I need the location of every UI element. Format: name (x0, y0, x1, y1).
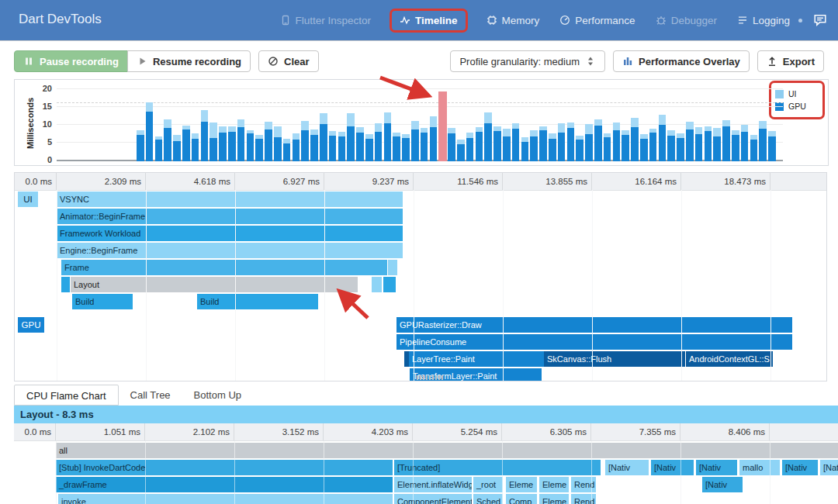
frame-bar[interactable] (421, 128, 428, 161)
frame-bar[interactable] (375, 123, 383, 161)
nav-tab-memory[interactable]: Memory (485, 12, 542, 29)
frame-bar[interactable] (604, 133, 611, 161)
flame-bar[interactable] (61, 277, 70, 292)
nav-tab-logging[interactable]: Logging (736, 12, 791, 29)
flame-bar-eleme[interactable]: Eleme (539, 494, 569, 504)
frame-bar[interactable] (237, 119, 245, 161)
frame-bar[interactable] (549, 133, 556, 161)
tab-call-tree[interactable]: Call Tree (119, 385, 182, 406)
nav-tab-flutter-inspector[interactable]: Flutter Inspector (279, 12, 373, 29)
scroll-handle[interactable] (417, 375, 443, 380)
frame-bar[interactable] (512, 123, 520, 161)
profile-granularity-select[interactable]: Profile granularity: medium (450, 50, 605, 72)
frame-bar[interactable] (438, 91, 447, 161)
flame-bar-pipelineconsume[interactable]: PipelineConsume (396, 334, 792, 350)
export-button[interactable]: Export (757, 50, 824, 72)
frame-bar[interactable] (476, 127, 483, 161)
flame-bar[interactable] (372, 277, 382, 292)
frame-bar[interactable] (255, 135, 263, 161)
frame-bar[interactable] (732, 130, 739, 161)
frame-bar[interactable] (137, 130, 144, 161)
frame-bar[interactable] (201, 110, 209, 161)
nav-tab-timeline[interactable]: Timeline (390, 9, 468, 33)
tab-cpu-flame-chart[interactable]: CPU Flame Chart (14, 385, 119, 406)
flame-bar-skcanvas-flush[interactable]: SkCanvas::Flush (544, 351, 685, 367)
frame-bar[interactable] (484, 112, 492, 161)
frame-bar[interactable] (347, 113, 355, 161)
frame-bar[interactable] (677, 133, 684, 161)
frame-bar[interactable] (210, 123, 217, 161)
frame-bar[interactable] (430, 116, 438, 161)
frame-bar[interactable] (173, 135, 181, 161)
ui-thread-badge[interactable]: UI (18, 192, 38, 207)
frame-bar[interactable] (365, 134, 373, 161)
flame-bar-mallo[interactable]: mallo (739, 460, 780, 475)
frame-bar[interactable] (713, 128, 721, 161)
flame-bar--nativ[interactable]: [Nativ (702, 477, 743, 492)
flame-bar-eleme[interactable]: Eleme (506, 477, 537, 492)
flame-bar-build[interactable]: Build (72, 294, 133, 309)
frame-bar[interactable] (613, 123, 621, 161)
frame-bar[interactable] (155, 136, 163, 161)
frame-bar[interactable] (759, 121, 767, 161)
frame-bar[interactable] (164, 119, 171, 161)
flame-bar-layout[interactable]: Layout (71, 277, 358, 292)
flame-bar-comp[interactable]: Comp (506, 494, 537, 504)
flame-bar-engine-beginframe[interactable]: Engine::BeginFrame (57, 243, 403, 258)
flame-bar--drawframe[interactable]: _drawFrame (56, 477, 393, 492)
frame-bar[interactable] (402, 134, 410, 161)
frame-bar[interactable] (356, 127, 364, 161)
frame-bar[interactable] (384, 112, 392, 161)
flame-bar-framework-workload[interactable]: Framework Workload (57, 226, 403, 241)
frame-bar[interactable] (649, 129, 657, 161)
frame-bar[interactable] (283, 139, 291, 161)
gpu-thread-badge[interactable]: GPU (18, 317, 44, 333)
flame-bar--nativ[interactable]: [Nativ (605, 460, 649, 475)
frame-bar[interactable] (338, 132, 346, 161)
frame-bar[interactable] (247, 130, 255, 161)
frame-bar[interactable] (686, 122, 694, 161)
flame-bar--stub-invokedartcode[interactable]: [Stub] InvokeDartCode (56, 460, 393, 475)
frame-bar[interactable] (695, 127, 703, 161)
frame-bar[interactable] (594, 119, 602, 161)
flame-bar--nativ[interactable]: [Nativ (782, 460, 818, 475)
pause-recording-button[interactable]: Pause recording (14, 50, 128, 72)
frame-bar[interactable] (530, 130, 538, 161)
frame-bar[interactable] (493, 126, 501, 161)
frame-bar[interactable] (265, 122, 272, 161)
frame-bar[interactable] (659, 115, 667, 161)
frame-bar[interactable] (228, 126, 236, 161)
frame-bar[interactable] (576, 136, 583, 161)
frame-bar[interactable] (310, 129, 318, 161)
flame-bar-androidcontextgl-s[interactable]: AndroidContextGL::S (686, 351, 773, 367)
feedback-button[interactable] (813, 13, 827, 30)
frame-bar[interactable] (503, 129, 511, 161)
frame-bar[interactable] (631, 118, 639, 161)
flame-bar-rend[interactable]: Rend (571, 494, 596, 504)
flame-bar-layertree-paint[interactable]: LayerTree::Paint (409, 351, 544, 367)
frame-bar[interactable] (539, 126, 547, 161)
flame-bar[interactable] (388, 260, 397, 275)
frame-bar[interactable] (722, 120, 730, 161)
tab-bottom-up[interactable]: Bottom Up (182, 385, 253, 406)
frame-bar[interactable] (301, 121, 309, 161)
frame-bar[interactable] (750, 135, 758, 161)
nav-tab-debugger[interactable]: Debugger (654, 12, 719, 29)
flame-bar--truncated-[interactable]: [Truncated] (394, 460, 601, 475)
frame-bar[interactable] (622, 130, 629, 161)
flame-bar--nativ[interactable]: [Nativ (820, 460, 838, 475)
frame-bar[interactable] (585, 124, 593, 161)
frame-bar[interactable] (667, 130, 675, 161)
flame-bar-animator-beginframe[interactable]: Animator::BeginFrame (57, 209, 403, 224)
frame-bar[interactable] (411, 121, 419, 161)
flame-bar-vsync[interactable]: VSYNC (57, 192, 403, 207)
flame-bar-all[interactable]: all (56, 443, 838, 458)
frame-bar[interactable] (192, 133, 199, 161)
frame-bar[interactable] (329, 131, 337, 161)
frame-bar[interactable] (558, 123, 566, 161)
nav-tab-performance[interactable]: Performance (558, 12, 636, 29)
flame-bar--root[interactable]: _root (473, 477, 503, 492)
resume-recording-button[interactable]: Resume recording (127, 50, 251, 72)
frame-bar[interactable] (741, 125, 749, 161)
flame-bar-gpurasterizer-draw[interactable]: GPURasterizer::Draw (396, 317, 792, 333)
